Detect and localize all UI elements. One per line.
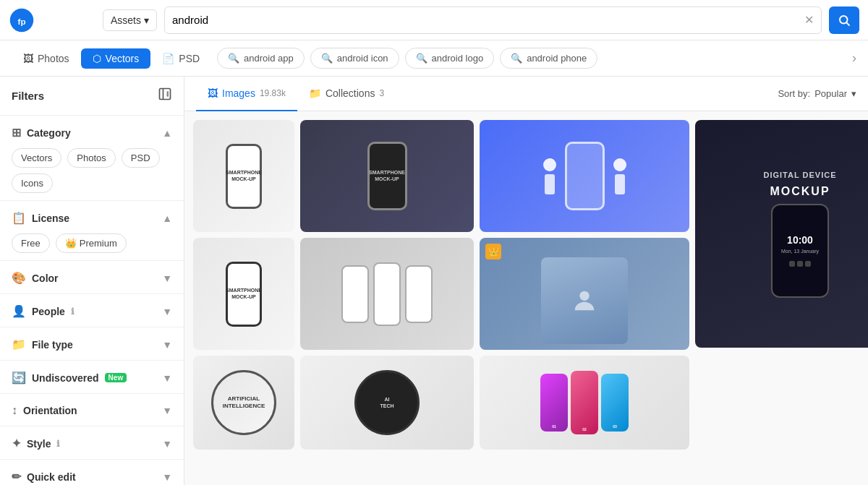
filter-bar-next-icon[interactable]: › (852, 51, 856, 66)
badge-container-2: AITECH (354, 356, 420, 450)
style-info-icon[interactable]: ℹ (56, 439, 60, 449)
image-card-1[interactable]: SMARTPHONEMOCK-UP (193, 120, 294, 232)
assets-dropdown[interactable]: Assets ▾ (103, 9, 157, 31)
filetype-chevron-icon: ▼ (162, 339, 172, 351)
psd-icon: 📄 (162, 53, 174, 64)
collapse-icon (158, 87, 172, 101)
colorphone-2-label: 02 (582, 427, 587, 432)
people-info-icon[interactable]: ℹ (71, 306, 75, 317)
tag-vectors[interactable]: Vectors (12, 148, 61, 168)
person-body-right (615, 174, 625, 194)
dark-device-subtitle: MOCKUP (770, 185, 830, 198)
search-clear-icon[interactable]: ✕ (804, 13, 814, 27)
tag-photos[interactable]: Photos (67, 148, 115, 168)
license-tags: Free 👑 Premium (12, 233, 172, 253)
tag-android-icon-label: android icon (337, 53, 388, 64)
quickedit-label: Quick edit (27, 471, 76, 483)
license-section-header[interactable]: 📋 License ▲ (12, 210, 172, 226)
style-icon: ✦ (12, 437, 21, 450)
image-card-6[interactable]: 👑 (480, 238, 689, 350)
content-area: 🖼 Images 19.83k 📁 Collections 3 Sort by:… (184, 77, 868, 485)
filter-bar: 🖼 Photos ⬡ Vectors 📄 PSD 🔍 android app 🔍… (0, 40, 868, 77)
tag-android-logo[interactable]: 🔍 android logo (405, 48, 495, 69)
tag-android-logo-label: android logo (432, 53, 484, 64)
illustration-phone (565, 142, 605, 210)
svg-rect-4 (160, 89, 171, 100)
search-tag-icon-2: 🔍 (321, 53, 333, 64)
search-button[interactable] (829, 7, 859, 34)
people-section-header[interactable]: 👤 People ℹ ▼ (12, 303, 172, 319)
category-section-header[interactable]: ⊞ Category ▲ (12, 124, 172, 141)
filetype-section-header[interactable]: 📁 File type ▼ (12, 336, 172, 353)
filetype-icon: 📁 (12, 338, 26, 351)
tag-android-phone[interactable]: 🔍 android phone (500, 48, 597, 69)
tag-premium[interactable]: 👑 Premium (56, 233, 127, 253)
photo-placeholder (541, 257, 628, 344)
blue-illustration (535, 120, 635, 232)
tag-android-icon[interactable]: 🔍 android icon (310, 48, 399, 69)
chevron-down-icon: ▾ (144, 14, 149, 26)
tab-psd[interactable]: 📄 PSD (150, 48, 211, 69)
tab-collections[interactable]: 📁 Collections 3 (297, 77, 396, 111)
sidebar-collapse-button[interactable] (158, 87, 172, 105)
category-label: Category (27, 127, 71, 139)
colorphone-1: 01 (540, 374, 568, 432)
image-card-9[interactable]: 01 02 03 (480, 356, 689, 450)
image-card-4[interactable]: SMARTPHONEMOCK-UP (193, 238, 294, 350)
sidebar-section-filetype: 📁 File type ▼ (0, 327, 184, 361)
sidebar-section-orientation: ↕ Orientation ▼ (0, 394, 184, 426)
image-grid: SMARTPHONEMOCK-UP SMARTPHONEMOCK-UP ARTI… (184, 111, 868, 458)
tab-psd-label: PSD (179, 53, 200, 64)
image-card-3[interactable] (480, 120, 689, 232)
color-icon: 🎨 (12, 271, 26, 285)
logo[interactable]: fp (9, 7, 95, 33)
tab-photos[interactable]: 🖼 Photos (12, 48, 81, 69)
dark-phone-icons (789, 261, 811, 267)
dark-phone-time: 10:00 (787, 234, 813, 246)
people-label: People (32, 306, 65, 317)
badge-1-text: ARTIFICIALINTELLIGENCE (223, 395, 265, 411)
image-card-2[interactable]: SMARTPHONEMOCK-UP (300, 120, 474, 232)
quickedit-section-header[interactable]: ✏ Quick edit ▼ (12, 468, 172, 485)
style-section-header[interactable]: ✦ Style ℹ ▼ (12, 435, 172, 452)
color-section-header[interactable]: 🎨 Color ▼ (12, 270, 172, 286)
search-input[interactable] (172, 14, 804, 26)
category-chevron-icon: ▲ (162, 127, 172, 139)
quickedit-chevron-icon: ▼ (162, 471, 172, 483)
image-column-4: DIGITAL DEVICE MOCKUP 10:00 Mon, 13 Janu… (695, 120, 868, 450)
tab-vectors[interactable]: ⬡ Vectors (81, 48, 151, 69)
tag-free[interactable]: Free (12, 233, 50, 253)
tag-icons[interactable]: Icons (12, 173, 53, 193)
image-card-8[interactable]: AITECH (300, 356, 474, 450)
people-chevron-icon: ▼ (162, 306, 172, 317)
dark-device-title: DIGITAL DEVICE (764, 171, 837, 179)
tag-psd[interactable]: PSD (122, 148, 160, 168)
content-tab-group: 🖼 Images 19.83k 📁 Collections 3 (196, 77, 396, 111)
sidebar-section-undiscovered: 🔄 Undiscovered New ▼ (0, 361, 184, 394)
dark-phone-icon-3 (805, 261, 811, 267)
new-badge: New (105, 373, 127, 382)
filters-label: Filters (12, 90, 44, 102)
main-layout: Filters ⊞ Category ▲ V (0, 77, 868, 485)
filetype-label: File type (32, 339, 73, 351)
person-body-left (545, 174, 555, 194)
sort-by[interactable]: Sort by: Popular ▾ (778, 88, 856, 99)
tag-android-app[interactable]: 🔍 android app (217, 48, 305, 69)
undiscovered-section-header[interactable]: 🔄 Undiscovered New ▼ (12, 369, 172, 386)
tab-images[interactable]: 🖼 Images 19.83k (196, 77, 297, 111)
orientation-section-header[interactable]: ↕ Orientation ▼ (12, 403, 172, 419)
image-card-7[interactable]: ARTIFICIALINTELLIGENCE (193, 356, 294, 450)
image-card-10[interactable]: DIGITAL DEVICE MOCKUP 10:00 Mon, 13 Janu… (695, 120, 868, 348)
phone-3-mid (373, 262, 401, 326)
crown-icon: 👑 (65, 238, 77, 249)
image-column-1: SMARTPHONEMOCK-UP SMARTPHONEMOCK-UP ARTI… (193, 120, 294, 450)
phone-label-1: SMARTPHONEMOCK-UP (226, 170, 262, 182)
image-card-5[interactable] (300, 238, 474, 350)
content-tabs: 🖼 Images 19.83k 📁 Collections 3 Sort by:… (184, 77, 868, 111)
orientation-label: Orientation (23, 405, 77, 416)
quickedit-icon: ✏ (12, 470, 21, 484)
image-column-3: 👑 01 (480, 120, 689, 450)
images-tab-icon: 🖼 (208, 87, 218, 99)
vectors-icon: ⬡ (93, 53, 101, 64)
phone-3-left (341, 265, 369, 323)
